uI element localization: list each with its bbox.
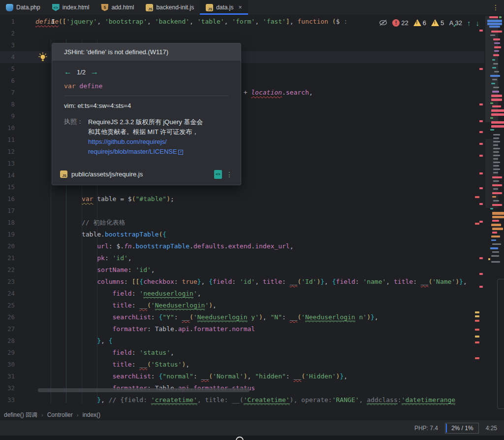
line-number[interactable]: 32	[0, 382, 15, 394]
code-line[interactable]: // 初始化表格	[35, 217, 484, 229]
line-number[interactable]: 25	[0, 300, 15, 311]
code-token: :	[151, 313, 159, 321]
open-source-file-icon[interactable]: <>	[214, 170, 222, 179]
code-token: .	[189, 242, 193, 250]
line-number[interactable]: 17	[0, 205, 15, 217]
code-token: :	[132, 361, 140, 368]
line-number[interactable]: 18	[0, 217, 15, 229]
license-link[interactable]: requirejs/blob/master/LICENSE↗	[88, 147, 203, 157]
tab-add-html[interactable]: 5add.html	[95, 0, 140, 15]
code-line[interactable]: field: 'needuserlogin',	[35, 288, 484, 300]
breadcrumb-item[interactable]: Controller	[47, 411, 73, 418]
popup-kebab-menu-icon[interactable]: ⋮	[226, 170, 233, 178]
breadcrumb-item[interactable]: define() 回调	[4, 411, 37, 419]
line-number[interactable]: 27	[0, 323, 15, 335]
minimap-scrollbar[interactable]	[479, 15, 504, 410]
license-link[interactable]: https://github.com/requirejs/	[88, 137, 203, 147]
code-line[interactable]: sortName: 'id',	[35, 264, 484, 276]
popup-next-arrow-icon[interactable]: →	[91, 68, 98, 76]
code-line[interactable]: field: 'status',	[35, 347, 484, 359]
line-number[interactable]: 16	[0, 193, 15, 205]
line-number[interactable]: 10	[0, 122, 15, 134]
tab-data-php[interactable]: Data.php	[0, 0, 46, 15]
next-problem-arrow-icon[interactable]: ↓	[476, 19, 480, 27]
code-token	[35, 290, 113, 297]
line-number[interactable]: 5	[0, 63, 15, 75]
warning-count[interactable]: 6	[413, 19, 426, 27]
caret-position-label[interactable]: 4:25	[486, 425, 497, 432]
line-number[interactable]: 30	[0, 359, 15, 371]
code-token: needuserlogin	[143, 290, 193, 298]
code-line[interactable]: title: __('Needuserlogin'),	[35, 300, 484, 311]
line-number[interactable]: 20	[0, 240, 15, 252]
line-number[interactable]: 12	[0, 146, 15, 158]
line-number[interactable]: 22	[0, 264, 15, 276]
weak-warning-count[interactable]: 5	[431, 19, 444, 27]
minimap-viewport-box[interactable]	[497, 279, 504, 409]
line-number[interactable]: 24	[0, 288, 15, 300]
code-token	[35, 254, 97, 262]
code-line[interactable]: var table = $("#table");	[35, 193, 484, 205]
line-number[interactable]: 19	[0, 229, 15, 240]
line-number[interactable]: 2	[0, 28, 15, 39]
line-number[interactable]: 1	[0, 16, 15, 28]
lightbulb-icon[interactable]	[38, 52, 47, 62]
error-stripe-mark	[479, 172, 483, 174]
tab-data-js[interactable]: JSdata.js×	[200, 0, 248, 15]
hide-highlights-eye-icon[interactable]	[379, 19, 387, 26]
popup-file-path[interactable]: public/assets/js/require.js	[71, 170, 210, 178]
error-stripe-mark	[479, 120, 483, 122]
taskbar-app-icon[interactable]	[236, 437, 244, 440]
minimap-mark	[494, 71, 499, 72]
code-line[interactable]: searchList: {"Y": __('Needuserlogin y'),…	[35, 311, 484, 323]
php-version-label[interactable]: PHP: 7.4	[414, 425, 438, 432]
line-number[interactable]: 23	[0, 276, 15, 288]
line-number[interactable]: 3	[0, 39, 15, 51]
line-number[interactable]: 29	[0, 347, 15, 359]
code-line[interactable]: searchList: {"normal": __('Normal'), "hi…	[35, 371, 484, 382]
line-number[interactable]: 13	[0, 158, 15, 169]
line-number[interactable]: 6	[0, 75, 15, 87]
previous-problem-arrow-icon[interactable]: ↑	[467, 19, 471, 27]
line-number[interactable]: 14	[0, 169, 15, 181]
typo-count[interactable]: A✓ 32	[449, 19, 462, 27]
memory-indicator[interactable]: 2% / 1%	[445, 423, 479, 434]
code-token: '	[139, 290, 143, 297]
inline-problem-mark	[475, 329, 479, 331]
code-token: (	[301, 372, 305, 380]
close-icon[interactable]: ×	[239, 4, 242, 11]
line-number[interactable]: 21	[0, 252, 15, 264]
line-number[interactable]: 15	[0, 181, 15, 193]
code-line[interactable]: }, {	[35, 335, 484, 347]
line-number[interactable]: 11	[0, 134, 15, 146]
code-line[interactable]: title: __('Status'),	[35, 359, 484, 371]
editor-pane[interactable]: 1234567891011121314151617181920212223242…	[0, 15, 504, 410]
horizontal-scrollbar[interactable]	[38, 388, 250, 392]
code-line[interactable]	[35, 28, 484, 39]
code-line[interactable]: url: $.fn.bootstrapTable.defaults.extend…	[35, 240, 484, 252]
line-number[interactable]: 7	[0, 87, 15, 99]
tab-index-html[interactable]: <>index.html	[46, 0, 95, 15]
code-line[interactable]: formatter: Table.api.formatter.normal	[35, 323, 484, 335]
code-line[interactable]: columns: [[{checkbox: true}, {field: 'id…	[35, 276, 484, 288]
tab-backend-init-js[interactable]: JSbackend-init.js	[140, 0, 200, 15]
popup-prev-arrow-icon[interactable]: ←	[64, 68, 72, 76]
line-number[interactable]: 8	[0, 99, 15, 110]
line-number[interactable]: 33	[0, 394, 15, 406]
line-number[interactable]: 26	[0, 311, 15, 323]
html5-icon: 5	[101, 4, 108, 11]
error-count[interactable]: ! 22	[392, 19, 408, 27]
code-line[interactable]: table.bootstrapTable({	[35, 229, 484, 240]
breadcrumb-item[interactable]: index()	[82, 411, 100, 418]
code-token: "N"	[270, 313, 282, 321]
code-line[interactable]: pk: 'id',	[35, 252, 484, 264]
line-number-gutter[interactable]: 1234567891011121314151617181920212223242…	[0, 16, 15, 406]
line-number[interactable]: 9	[0, 110, 15, 122]
line-number[interactable]: 28	[0, 335, 15, 347]
code-line[interactable]: }, // {field: 'createtime', title: __('C…	[35, 394, 484, 406]
code-token: Needuserlogin	[197, 313, 248, 321]
code-line[interactable]	[35, 205, 484, 217]
line-number[interactable]: 4	[0, 51, 15, 63]
line-number[interactable]: 31	[0, 371, 15, 382]
kebab-menu-icon[interactable]: ⋮	[492, 3, 499, 11]
